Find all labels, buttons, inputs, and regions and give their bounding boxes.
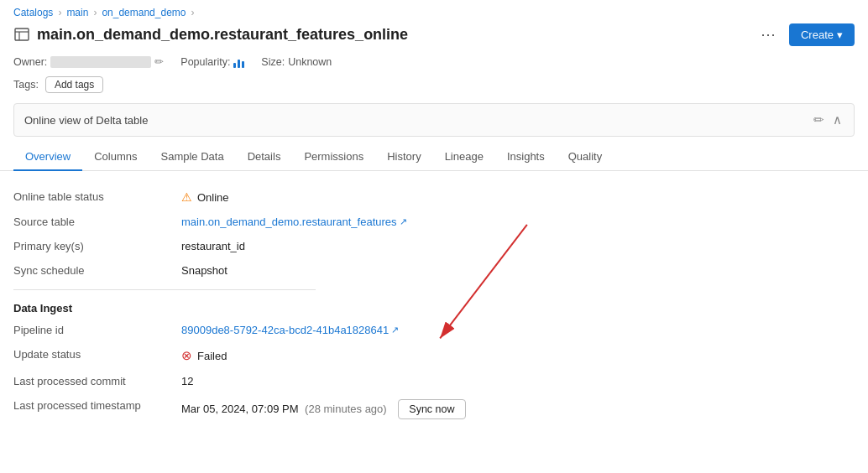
tab-columns[interactable]: Columns: [82, 143, 149, 171]
create-chevron: ▾: [837, 29, 843, 41]
popularity-label: Popularity:: [180, 56, 230, 68]
update-status-label: Update status: [13, 342, 181, 369]
last-processed-commit-value: 12: [181, 369, 855, 393]
more-options-button[interactable]: ⋯: [754, 22, 782, 47]
sync-now-button[interactable]: Sync now: [398, 399, 465, 419]
data-ingest-table: Pipeline id 89009de8-5792-42ca-bcd2-41b4…: [13, 318, 855, 425]
online-table-status-value: ⚠ Online: [181, 190, 855, 204]
failed-icon: ⊗: [181, 348, 192, 363]
tab-sample-data[interactable]: Sample Data: [149, 143, 235, 171]
tags-row: Tags: Add tags: [0, 73, 868, 100]
breadcrumb-sep3: ›: [191, 7, 194, 18]
data-ingest-title: Data Ingest: [13, 297, 855, 318]
description-text: Online view of Delta table: [24, 114, 148, 127]
warning-icon: ⚠: [181, 190, 192, 204]
table-row: Sync schedule Snapshot: [13, 258, 855, 283]
create-button[interactable]: Create ▾: [789, 23, 855, 46]
popularity-bars: [233, 56, 244, 68]
tab-quality[interactable]: Quality: [557, 143, 614, 171]
create-label: Create: [801, 29, 834, 41]
pipeline-id-link[interactable]: 89009de8-5792-42ca-bcd2-41b4a1828641 ↗: [181, 324, 399, 336]
source-table-link[interactable]: main.on_demand_demo.restaurant_features …: [181, 216, 407, 228]
info-table: Online table status ⚠ Online Source tabl…: [13, 185, 855, 283]
table-row: Online table status ⚠ Online: [13, 185, 855, 210]
tabs-bar: Overview Columns Sample Data Details Per…: [0, 143, 868, 171]
section-divider: [13, 289, 316, 290]
pipeline-id-label: Pipeline id: [13, 318, 181, 342]
tab-permissions[interactable]: Permissions: [292, 143, 375, 171]
breadcrumb-sep1: ›: [58, 7, 61, 18]
overview-content: Online table status ⚠ Online Source tabl…: [0, 171, 868, 439]
sync-schedule-value: Snapshot: [181, 258, 855, 283]
primary-keys-value: restaurant_id: [181, 234, 855, 258]
description-box: Online view of Delta table ✏ ∧: [13, 103, 855, 137]
owner-edit-icon[interactable]: ✏: [154, 55, 164, 68]
meta-row: Owner: ✏ Popularity: Size: Unknown: [0, 54, 868, 73]
table-row: Last processed timestamp Mar 05, 2024, 0…: [13, 393, 855, 425]
tab-insights[interactable]: Insights: [495, 143, 557, 171]
size-value: Unknown: [288, 56, 332, 68]
table-icon: [13, 26, 30, 43]
tags-label: Tags:: [13, 79, 39, 91]
table-row: Primary key(s) restaurant_id: [13, 234, 855, 258]
owner-label: Owner:: [13, 56, 47, 68]
tab-history[interactable]: History: [375, 143, 432, 171]
breadcrumb-catalogs[interactable]: Catalogs: [13, 7, 53, 18]
add-tags-button[interactable]: Add tags: [45, 76, 103, 93]
primary-keys-label: Primary key(s): [13, 234, 181, 258]
breadcrumb: Catalogs › main › on_demand_demo ›: [13, 7, 194, 18]
online-table-status-label: Online table status: [13, 185, 181, 210]
last-processed-commit-label: Last processed commit: [13, 369, 181, 393]
sync-schedule-label: Sync schedule: [13, 258, 181, 283]
table-row: Last processed commit 12: [13, 369, 855, 393]
breadcrumb-main[interactable]: main: [66, 7, 88, 18]
page-title: main.on_demand_demo.restaurant_features_…: [37, 26, 408, 44]
tab-details[interactable]: Details: [236, 143, 293, 171]
breadcrumb-sep2: ›: [93, 7, 97, 18]
tab-lineage[interactable]: Lineage: [433, 143, 495, 171]
svg-rect-0: [15, 29, 29, 40]
pipeline-external-link-icon: ↗: [391, 325, 399, 335]
timestamp-ago: (28 minutes ago): [305, 403, 387, 415]
table-row: Update status ⊗ Failed: [13, 342, 855, 369]
tab-overview[interactable]: Overview: [13, 143, 82, 171]
last-processed-timestamp-label: Last processed timestamp: [13, 393, 181, 425]
breadcrumb-on-demand-demo[interactable]: on_demand_demo: [102, 7, 186, 18]
update-status-value: ⊗ Failed: [181, 348, 855, 363]
description-edit-button[interactable]: ✏: [812, 111, 826, 129]
size-label: Size:: [261, 56, 285, 68]
table-row: Source table main.on_demand_demo.restaur…: [13, 210, 855, 234]
source-table-label: Source table: [13, 210, 181, 234]
owner-value: [50, 56, 151, 68]
table-row: Pipeline id 89009de8-5792-42ca-bcd2-41b4…: [13, 318, 855, 342]
external-link-icon: ↗: [400, 216, 407, 227]
description-collapse-button[interactable]: ∧: [831, 111, 844, 129]
last-processed-timestamp-value: Mar 05, 2024, 07:09 PM: [181, 403, 298, 415]
